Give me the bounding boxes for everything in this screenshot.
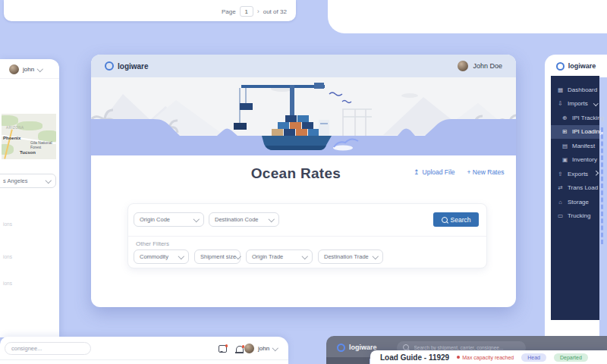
storage-icon: ⌂ [557,199,564,206]
messages-icon[interactable] [219,345,227,353]
user-name: John Doe [473,62,502,70]
upload-icon: ↥ [414,168,420,176]
filter-divider [128,236,486,237]
consignee-search-input[interactable] [5,342,91,355]
bottom-user-name: john [258,345,269,352]
map-region-label: ARIZONA [6,126,24,130]
sidebar-item-ipi-tracking[interactable]: ⊕ IPI Tracking [551,111,599,125]
imports-icon: ⇩ [557,100,564,107]
chevron-right-icon [593,171,598,175]
brand-name: logiware [118,62,149,71]
sidebar-item-exports[interactable]: ⇧ Exports [551,167,599,181]
origin-code-select[interactable]: Origin Code [134,212,204,227]
sidebar-item-label: Trucking [568,212,590,219]
commodity-select[interactable]: Commodity [134,249,189,264]
sidebar-item-trans-load[interactable]: ⇄ Trans Load [551,181,599,196]
load-guide-card[interactable]: Load Guide - 11929 Max capacity reached … [370,350,607,364]
logiware-logo: logiware [556,62,596,71]
avatar [244,344,254,353]
brand-name: logiware [568,62,596,70]
chevron-down-icon [193,216,199,222]
next-page-icon[interactable]: › [257,8,259,15]
city-select[interactable]: s Angeles [0,174,56,188]
sidebar-item-label: Inventory [572,156,597,163]
sidebar-item-label: Trans Load [568,184,598,191]
map-city-label: Tucson [20,150,36,155]
left-screen-panel [0,59,59,337]
commodity-value: Commodity [140,253,168,260]
right-screen-header: logiware [545,55,607,77]
logiware-logo-icon [337,344,345,352]
chevron-down-icon [372,253,378,259]
origin-trade-value: Origin Trade [252,253,283,260]
chevron-down-icon [178,253,184,259]
capacity-alert-label: Max capacity reached [462,355,514,360]
map-green-area [2,115,18,126]
left-row-label: ions [3,281,12,286]
page-number-input[interactable] [240,6,253,17]
bottom-divider [0,359,288,360]
sidebar-item-imports[interactable]: ⇩ Imports [551,97,599,111]
origin-code-value: Origin Code [140,216,170,223]
top-right-panel [328,0,607,33]
origin-trade-select[interactable]: Origin Trade [246,249,313,264]
new-rates-label: + New Rates [467,168,505,176]
upload-file-button[interactable]: ↥ Upload File [414,168,455,176]
avatar [9,64,19,74]
city-select-value: s Angeles [3,177,28,184]
sidebar-item-trucking[interactable]: ▭ Trucking [551,209,599,224]
chevron-down-icon [45,177,51,184]
bottom-user-menu[interactable]: john [244,344,278,353]
sidebar-item-label: IPI Tracking [572,115,604,121]
harbor-illustration-svg [91,77,516,155]
left-user-name: john [23,66,34,73]
dashboard-icon: ▦ [557,86,564,93]
sidebar-item-ipi-loading[interactable]: ⊞ IPI Loading [551,125,599,140]
chevron-down-icon [301,253,307,259]
sidebar-item-label: Storage [568,199,589,206]
ipi-tracking-icon: ⊕ [561,115,568,121]
sidebar-item-label: IPI Loading [572,128,602,135]
status-badge-departed: Departed [554,353,588,362]
left-row-label: ions [3,221,12,227]
logiware-logo-icon [556,62,565,71]
search-button-label: Search [451,216,471,224]
bottom-right-sidebar-sliver [326,357,370,364]
brand-name: logiware [349,344,377,351]
load-guide-title: Load Guide - 11929 [380,353,449,362]
pagination: Page › out of 32 [222,6,287,17]
logiware-logo-icon [105,61,114,71]
search-icon [442,217,448,223]
chevron-down-icon [37,66,43,72]
status-badge-head: Head [521,353,546,362]
destination-code-value: Destination Code [215,216,259,223]
logiware-logo: logiware [337,344,377,352]
sidebar-item-storage[interactable]: ⌂ Storage [551,195,599,209]
destination-trade-select[interactable]: Destination Trade [318,249,383,264]
left-row-label: ions [3,254,12,259]
sidebar-item-dashboard[interactable]: ▦ Dashboard [551,83,599,97]
upload-file-label: Upload File [423,168,455,176]
search-button[interactable]: Search [433,212,479,227]
trucking-icon: ▭ [557,212,564,219]
sidebar-item-manifest[interactable]: ▤ Manifest [551,139,599,153]
page-total-label: out of 32 [263,8,287,15]
sidebar-item-inventory[interactable]: ▣ Inventory [551,153,599,168]
left-user-menu[interactable]: john [0,61,59,79]
dashed-connector [601,127,603,244]
sidebar-item-label: Exports [568,171,588,177]
capacity-alert: Max capacity reached [457,355,514,360]
logiware-logo: logiware [105,61,149,71]
harbor-illustration [91,77,516,155]
user-menu[interactable]: John Doe [458,61,502,71]
chevron-down-icon [268,216,274,222]
sidebar-item-label: Manifest [572,143,595,149]
search-icon [403,344,409,350]
shipment-size-select[interactable]: Shipment size [194,249,241,264]
alert-dot-icon [457,356,460,359]
sidebar-item-label: Dashboard [568,86,597,93]
destination-code-select[interactable]: Destination Code [209,212,279,227]
new-rates-button[interactable]: + New Rates [467,168,505,176]
notifications-bell-icon[interactable] [236,346,244,352]
map-widget[interactable]: ARIZONA Phoenix Gila National Forest Tuc… [2,114,56,159]
